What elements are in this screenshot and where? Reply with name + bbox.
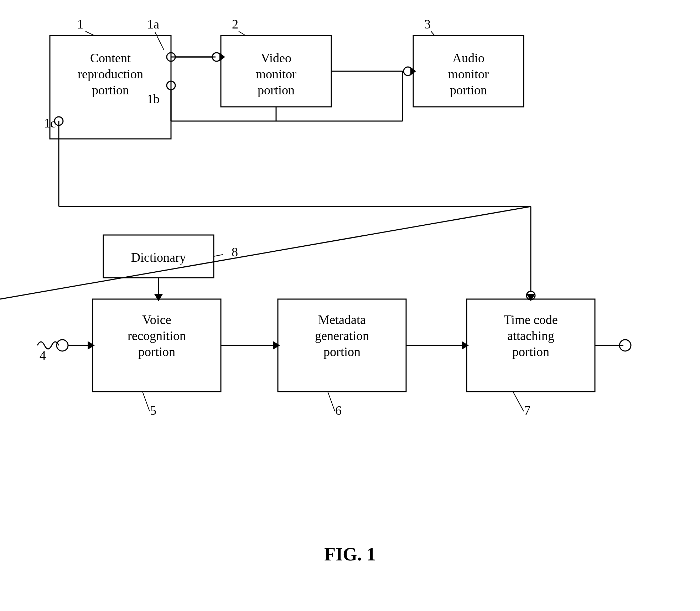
svg-text:portion: portion [450,83,487,97]
diagram-svg: Content reproduction portion Video monit… [0,0,700,611]
svg-text:reproduction: reproduction [78,67,143,81]
svg-text:attaching: attaching [507,329,554,343]
svg-text:Video: Video [261,51,291,65]
svg-text:portion: portion [138,345,175,359]
ref3-label: 3 [424,17,431,31]
svg-line-21 [431,31,435,36]
svg-line-20 [239,31,246,36]
svg-line-23 [328,392,335,411]
svg-text:Metadata: Metadata [318,313,366,327]
svg-text:monitor: monitor [256,67,296,81]
ref1c-label: 1c [44,116,56,130]
svg-line-22 [142,392,150,411]
svg-text:monitor: monitor [448,67,489,81]
svg-text:generation: generation [315,329,369,343]
ref7-label: 7 [524,403,530,418]
ref1a-label: 1a [147,17,159,31]
svg-text:Audio: Audio [452,51,484,65]
svg-line-25 [214,255,223,256]
svg-line-18 [85,31,94,36]
content-reproduction-label: Content [90,51,131,65]
svg-text:portion: portion [512,345,549,359]
svg-text:Time code: Time code [504,313,558,327]
svg-line-24 [513,392,524,411]
svg-text:portion: portion [258,83,295,97]
ref1-label: 1 [77,17,83,31]
svg-text:recognition: recognition [128,329,186,343]
figure-label: FIG. 1 [324,544,375,565]
ref5-label: 5 [150,403,156,418]
svg-text:portion: portion [92,83,129,97]
ref2-label: 2 [232,17,238,31]
conn-to-timecode-top-bad [0,207,531,299]
svg-text:Dictionary: Dictionary [131,250,186,265]
diagram: Content reproduction portion Video monit… [0,0,700,611]
ref1b-label: 1b [147,92,160,106]
svg-text:Voice: Voice [142,313,171,327]
ref8-label: 8 [232,245,238,259]
ref6-label: 6 [335,403,342,418]
ref4-label: 4 [40,348,46,362]
input-wave [37,342,59,349]
svg-text:portion: portion [323,345,361,359]
